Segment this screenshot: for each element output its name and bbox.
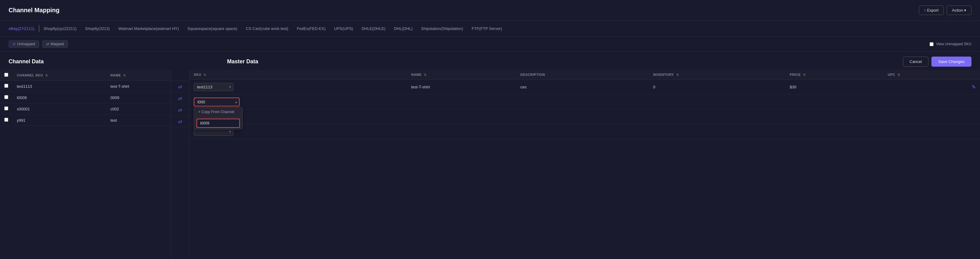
channel-data-table: CHANNEL SKU ⇅ NAME ⇅ test1113 test-T-shi… <box>0 70 171 126</box>
upc-col-header[interactable]: UPC ⇅ <box>883 70 967 80</box>
name-cell: c002 <box>106 103 171 115</box>
export-button[interactable]: ↑ Export <box>919 5 944 15</box>
table-row: x00001 c002 <box>0 103 171 115</box>
row-checkbox[interactable] <box>4 84 8 88</box>
unmapped-label: Unmapped <box>17 42 35 46</box>
master-sku-cell-2: t000 ▴ + Copy From Channel t0009 <box>189 94 407 110</box>
sku-col-header[interactable]: SKU ⇅ <box>189 70 407 80</box>
header-actions: ↑ Export Action ▾ <box>919 5 972 15</box>
tab-walmart[interactable]: Walmart Marketplace(walmart HY) <box>114 25 183 32</box>
description-cell-1: ces <box>516 80 649 94</box>
upc-cell-4 <box>883 125 967 139</box>
connector-icon-3: ⇄ <box>178 107 182 113</box>
dropdown-divider <box>194 117 242 117</box>
action-button[interactable]: Action ▾ <box>947 5 972 15</box>
upc-cell-1 <box>883 80 967 94</box>
tab-shipstation[interactable]: Shipstation(Shipstation) <box>417 25 467 32</box>
select-all-checkbox[interactable] <box>4 73 8 77</box>
tab-shopify2[interactable]: Shopify(3213) <box>81 25 114 32</box>
channel-sku-cell: y991 <box>13 115 106 126</box>
row-checkbox-cell[interactable] <box>0 115 13 126</box>
master-name-col-header[interactable]: NAME ⇅ <box>407 70 516 80</box>
master-row-3: ▾ <box>189 110 980 125</box>
channel-data-panel: CHANNEL SKU ⇅ NAME ⇅ test1113 test-T-shi… <box>0 70 171 259</box>
master-name-cell-3 <box>407 110 516 125</box>
select-all-col <box>0 70 13 81</box>
connector-icon-2: ⇄ <box>178 95 182 101</box>
master-name-cell-4 <box>407 125 516 139</box>
action-buttons: Cancel Save Changes <box>903 57 972 67</box>
connector-column: ⇄ ⇄ ⇄ ⇄ <box>171 70 189 259</box>
sku-select-1[interactable]: test1113 <box>194 83 234 91</box>
tab-ftp[interactable]: FTP(FTP Server) <box>467 25 506 32</box>
table-row: y991 test <box>0 115 171 126</box>
tab-cscart[interactable]: CS Cart(cube work test) <box>242 25 293 32</box>
save-changes-button[interactable]: Save Changes <box>931 57 972 67</box>
row-checkbox[interactable] <box>4 95 8 99</box>
price-cell-3 <box>786 110 883 125</box>
price-sort: ⇅ <box>803 73 806 77</box>
master-row-2: t000 ▴ + Copy From Channel t0009 <box>189 94 980 110</box>
price-cell-2 <box>786 94 883 110</box>
connector-row-2: ⇄ <box>171 93 189 104</box>
table-row: t0009 0009 <box>0 92 171 103</box>
price-col-header[interactable]: PRICE ⇅ <box>786 70 883 80</box>
edit-icon-1[interactable]: ✎ <box>972 85 976 90</box>
channel-data-title: Channel Data <box>8 58 44 65</box>
row-checkbox[interactable] <box>4 106 8 110</box>
description-cell-3 <box>516 110 649 125</box>
tab-dhle[interactable]: DHLE(DHLE) <box>357 25 390 32</box>
channel-sku-cell: x00001 <box>13 103 106 115</box>
row-checkbox-cell[interactable] <box>0 103 13 115</box>
sku-input-open[interactable]: t000 ▴ <box>194 98 240 106</box>
channel-tabs: eBay(ZYZ111) Shopify(zyz22211) Shopify(3… <box>0 21 980 37</box>
inventory-col-header[interactable]: INVENTORY ⇅ <box>649 70 785 80</box>
filter-right: View Unmapped SKU <box>929 42 972 46</box>
edit-cell-1[interactable]: ✎ <box>967 80 980 94</box>
cancel-button[interactable]: Cancel <box>903 57 928 67</box>
name-col-header[interactable]: NAME ⇅ <box>106 70 171 81</box>
tab-squarespace[interactable]: Squarespace(square space) <box>183 25 242 32</box>
dropdown-result-t0009[interactable]: t0009 <box>196 118 240 128</box>
row-checkbox-cell[interactable] <box>0 81 13 92</box>
channel-sku-sort: ⇅ <box>45 74 48 77</box>
left-title-area: Channel Data Master Data <box>8 58 258 65</box>
upc-sort: ⇅ <box>897 73 900 77</box>
connector-row-4: ⇄ <box>171 116 189 128</box>
page-title: Channel Mapping <box>8 7 60 14</box>
row-checkbox-cell[interactable] <box>0 92 13 103</box>
unmapped-badge[interactable]: ⇄ Unmapped <box>8 40 39 48</box>
tab-ebay[interactable]: eBay(ZYZ111) <box>8 25 40 32</box>
sku-sort: ⇅ <box>204 73 206 77</box>
master-name-cell-2 <box>407 94 516 110</box>
master-row-1: test1113 ▾ test-T-shirt ces 0 $30 ✎ <box>189 80 980 94</box>
unmapped-icon: ⇄ <box>13 42 16 46</box>
sku-dropdown-2: t000 ▴ + Copy From Channel t0009 <box>194 98 240 106</box>
mapped-icon: ⇄ <box>46 42 49 46</box>
channel-sku-cell: t0009 <box>13 92 106 103</box>
copy-from-channel-option[interactable]: + Copy From Channel <box>194 107 242 117</box>
channel-sku-col-header[interactable]: CHANNEL SKU ⇅ <box>13 70 106 81</box>
master-name-cell-1: test-T-shirt <box>407 80 516 94</box>
row-checkbox[interactable] <box>4 118 8 122</box>
tab-shopify1[interactable]: Shopify(zyz22211) <box>40 25 81 32</box>
page-header: Channel Mapping ↑ Export Action ▾ <box>0 0 980 21</box>
name-cell: test-T-shirt <box>106 81 171 92</box>
master-row-4: ▾ <box>189 125 980 139</box>
upc-cell-2 <box>883 94 967 110</box>
upc-cell-3 <box>883 110 967 125</box>
price-cell-4 <box>786 125 883 139</box>
description-cell-4 <box>516 125 649 139</box>
tab-dhl[interactable]: DHL(DHL) <box>390 25 417 32</box>
name-cell: test <box>106 115 171 126</box>
sku-dropdown-popup: + Copy From Channel t0009 <box>194 107 243 130</box>
mapped-badge[interactable]: ⇄ Mapped <box>42 40 68 48</box>
section-headers-row: Channel Data Master Data Cancel Save Cha… <box>0 52 980 70</box>
view-unmapped-sku-label: View Unmapped SKU <box>936 42 972 46</box>
inventory-cell-4 <box>649 125 785 139</box>
inventory-cell-1: 0 <box>649 80 785 94</box>
tab-fedex[interactable]: FedEx(FED-EX) <box>293 25 330 32</box>
view-unmapped-sku-checkbox[interactable] <box>929 42 934 46</box>
master-name-sort: ⇅ <box>424 73 426 77</box>
tab-ups[interactable]: UPS(UPS) <box>330 25 357 32</box>
